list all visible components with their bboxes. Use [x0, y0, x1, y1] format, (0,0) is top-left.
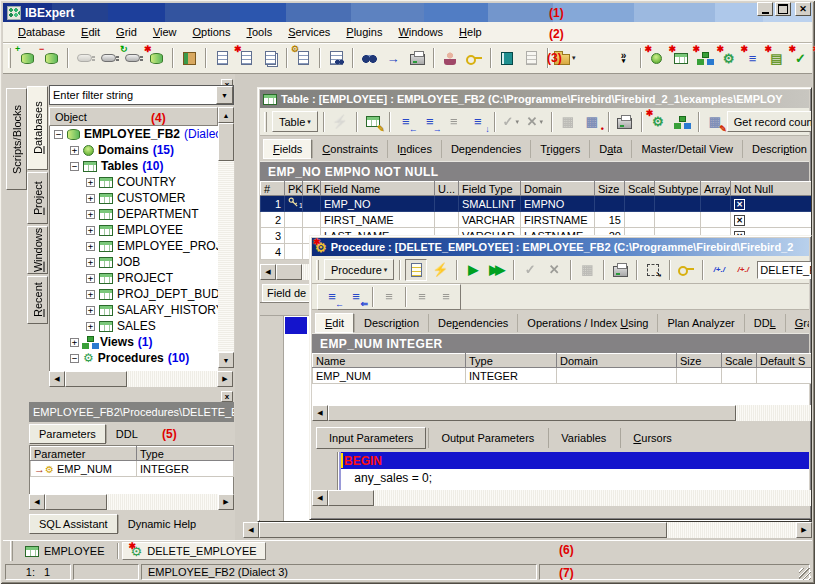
scroll-thumb[interactable] — [259, 522, 667, 538]
remove-parameter[interactable]: ≡ — [378, 286, 400, 308]
filter-dropdown-icon[interactable]: ▼ — [216, 86, 233, 104]
scroll-track[interactable] — [374, 490, 811, 506]
script-executive[interactable]: ⚙ — [292, 47, 314, 69]
column-header-scale[interactable]: Scale — [625, 182, 655, 196]
expand-icon[interactable]: + — [86, 306, 95, 315]
menu-options[interactable]: Options — [186, 24, 238, 40]
expand-icon[interactable]: + — [70, 146, 79, 155]
scroll-left-icon[interactable]: ◀ — [312, 490, 328, 506]
new-view[interactable]: ✱ — [694, 47, 716, 69]
column-header-fk[interactable]: FK — [303, 182, 321, 196]
more-toolbar-buttons[interactable]: » — [613, 47, 635, 69]
scroll-track[interactable] — [107, 494, 218, 510]
move-parameter-up[interactable]: ≡ — [411, 286, 433, 308]
param-tab-input-parameters[interactable]: Input Parameters — [316, 427, 426, 449]
collapse-icon[interactable]: − — [54, 130, 63, 139]
props-close-icon[interactable]: x — [221, 391, 233, 402]
create-database[interactable]: ✱ — [145, 47, 167, 69]
new-table[interactable]: ✱ — [670, 47, 692, 69]
scroll-thumb[interactable] — [218, 123, 234, 161]
parameter-row[interactable]: EMP_NUMINTEGER — [313, 368, 812, 384]
tree-item-domains[interactable]: +Domains(15) — [50, 142, 218, 158]
menu-view[interactable]: View — [146, 24, 184, 40]
reorder-fields-up[interactable]: ≡ — [443, 111, 465, 133]
scroll-track[interactable] — [218, 161, 234, 352]
expand-icon[interactable]: + — [86, 242, 95, 251]
add-parameter[interactable]: ≡← — [321, 286, 343, 308]
copy-document[interactable] — [520, 47, 542, 69]
tree-item-country[interactable]: +COUNTRY — [50, 174, 218, 190]
procedure-tab-dependencies[interactable]: Dependencies — [428, 314, 517, 332]
open-window-employee[interactable]: EMPLOYEE — [17, 542, 113, 560]
tree-item-employee[interactable]: +EMPLOYEE — [50, 222, 218, 238]
scroll-up-icon[interactable]: ▲ — [218, 107, 234, 123]
column-header-u[interactable]: U... — [435, 182, 459, 196]
tree-item-project[interactable]: +PROJECT — [50, 270, 218, 286]
database-registration-info[interactable] — [73, 47, 95, 69]
scroll-left-icon[interactable]: ◀ — [260, 264, 276, 280]
open-window-delete-employee[interactable]: ⚙✱DELETE_EMPLOYEE — [122, 542, 266, 560]
assistant-tab-dynamic-help[interactable]: Dynamic Help — [118, 515, 205, 533]
procedure-menu[interactable]: Procedure▾ — [324, 259, 394, 280]
column-header-scale[interactable]: Scale — [722, 354, 757, 368]
expand-icon[interactable]: + — [86, 290, 95, 299]
tree-horizontal-scrollbar[interactable]: ◀ ▶ — [49, 371, 233, 387]
assistant-tab-sql-assistant[interactable]: SQL Assistant — [29, 514, 118, 534]
scroll-left-icon[interactable]: ◀ — [243, 522, 259, 538]
refresh-grid[interactable]: ▦ — [576, 259, 598, 281]
drop-field[interactable]: ≡→ — [419, 111, 441, 133]
column-header-type[interactable]: Type — [466, 354, 557, 368]
column-header-subtype[interactable]: Subtype — [655, 182, 701, 196]
explorer-tab-project[interactable]: Project — [27, 172, 48, 224]
column-header-not-null[interactable]: Not Null — [731, 182, 812, 196]
copy-documents[interactable] — [259, 47, 281, 69]
code-editor-scrollbar[interactable]: ◀ — [312, 490, 811, 506]
refresh-grid-auto[interactable]: ▦• — [581, 111, 603, 133]
table-menu-dropdown-icon[interactable]: ▾ — [307, 118, 311, 126]
new-exception[interactable]: ✓✱ — [790, 47, 812, 69]
close-icon[interactable]: ✕ — [795, 2, 811, 16]
scroll-thumb[interactable] — [45, 494, 107, 510]
scroll-right-icon[interactable]: ▶ — [217, 371, 233, 387]
show-editor[interactable] — [405, 259, 427, 281]
find[interactable] — [358, 47, 380, 69]
column-header-[interactable]: # — [261, 182, 285, 196]
expand-icon[interactable]: + — [86, 226, 95, 235]
reorder-fields-down[interactable]: ≡↓ — [467, 111, 489, 133]
column-header-pk[interactable]: PK — [285, 182, 303, 196]
column-header-name[interactable]: Name — [313, 354, 466, 368]
open-file-dropdown-icon[interactable]: ▾ — [572, 54, 576, 62]
menu-help[interactable]: Help — [452, 24, 489, 40]
menu-plugins[interactable]: Plugins — [339, 24, 389, 40]
compile[interactable]: ⚡ — [429, 259, 451, 281]
table-tab-indices[interactable]: Indices — [387, 140, 441, 158]
edit-table[interactable]: ✎ — [362, 111, 384, 133]
scroll-thumb[interactable] — [276, 264, 302, 280]
table-tab-master-detail-view[interactable]: Master/Detail View — [631, 140, 742, 158]
create-siud-procedures[interactable] — [671, 111, 693, 133]
grant-manager[interactable] — [463, 47, 485, 69]
column-header-field-type[interactable]: Field Type — [459, 182, 521, 196]
new-trigger[interactable]: ≡✱ — [742, 47, 764, 69]
column-header-default-s[interactable]: Default S — [757, 354, 812, 368]
connect-database[interactable] — [97, 47, 119, 69]
params-grid-scrollbar[interactable]: ◀ — [312, 405, 811, 421]
table-tab-description[interactable]: Description — [742, 140, 809, 158]
scroll-right-icon[interactable]: ▶ — [218, 494, 234, 510]
register-database[interactable]: + — [16, 47, 38, 69]
edit-in-grid[interactable]: ▦✎ — [704, 111, 726, 133]
scroll-down-icon[interactable]: ▼ — [218, 352, 234, 368]
column-header-domain[interactable]: Domain — [521, 182, 595, 196]
unregister-database[interactable]: − — [40, 47, 62, 69]
new-domain[interactable]: ✱ — [646, 47, 668, 69]
sidebar-tab-scripts-blocks[interactable]: Scripts/Blocks — [6, 88, 27, 190]
menu-windows[interactable]: Windows — [391, 24, 450, 40]
blob-viewer[interactable] — [496, 47, 518, 69]
param-tab-variables[interactable]: Variables — [548, 428, 618, 448]
scroll-track[interactable] — [736, 405, 811, 421]
uncomment-selected[interactable]: /+./ — [732, 259, 754, 281]
new-generator[interactable]: ▤✱ — [766, 47, 788, 69]
procedure-tab-plan-analyzer[interactable]: Plan Analyzer — [657, 314, 743, 332]
move-parameter-down[interactable]: ≡ — [435, 286, 457, 308]
field-row-emp-no[interactable]: 11EMP_NOSMALLINTEMPNO✕ — [261, 196, 812, 212]
